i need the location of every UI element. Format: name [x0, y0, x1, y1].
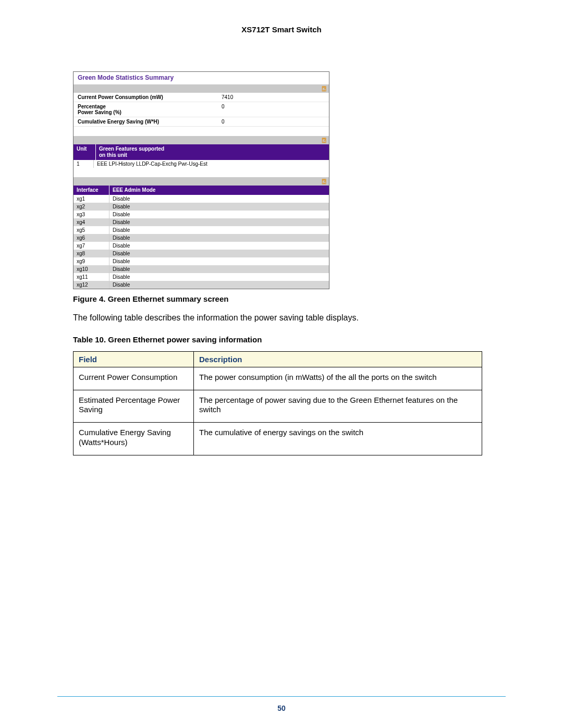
description-table: Field Description Current Power Consumpt… — [73, 351, 482, 455]
iface-cell: xg6 — [74, 234, 109, 242]
iface-row: xg1Disable — [74, 195, 329, 203]
desc-row: Cumulative Energy Saving (Watts*Hours) T… — [74, 423, 482, 455]
iface-cell: xg1 — [74, 195, 109, 203]
mode-cell: Disable — [109, 281, 329, 289]
iface-row: xg6Disable — [74, 234, 329, 242]
stat-row: Current Power Consumption (mW) 7410 — [74, 93, 329, 102]
iface-cell: xg2 — [74, 203, 109, 211]
iface-row: xg2Disable — [74, 203, 329, 211]
iface-row: xg9Disable — [74, 257, 329, 265]
iface-row: xg12Disable — [74, 281, 329, 289]
body-paragraph: The following table describes the inform… — [73, 313, 506, 324]
iface-row: xg5Disable — [74, 226, 329, 234]
mode-cell: Disable — [109, 265, 329, 273]
mode-cell: Disable — [109, 226, 329, 234]
mode-cell: Disable — [109, 234, 329, 242]
interface-table: xg1Disable xg2Disable xg3Disable xg4Disa… — [74, 195, 329, 289]
section-bar-3: ⍰ — [74, 177, 329, 186]
iface-cell: xg4 — [74, 218, 109, 226]
power-stats-table: Current Power Consumption (mW) 7410 Perc… — [74, 93, 329, 127]
stat-value: 0 — [217, 117, 329, 127]
desc-text: The cumulative of energy savings on the … — [194, 423, 482, 455]
desc-row: Current Power Consumption The power cons… — [74, 367, 482, 390]
stat-label: Cumulative Energy Saving (W*H) — [74, 117, 217, 127]
mode-cell: Disable — [109, 211, 329, 218]
desc-header-desc: Description — [194, 351, 482, 367]
iface-row: xg10Disable — [74, 265, 329, 273]
iface-cell: xg12 — [74, 281, 109, 289]
iface-cell: xg9 — [74, 257, 109, 265]
mode-cell: Disable — [109, 195, 329, 203]
footer-rule — [57, 696, 506, 697]
mode-cell: Disable — [109, 203, 329, 211]
features-col-header: Green Features supported on this unit — [96, 144, 329, 160]
desc-text: The power consumption (in mWatts) of the… — [194, 367, 482, 390]
stat-label: Current Power Consumption (mW) — [74, 93, 217, 102]
unit-row: 1 EEE LPI-History LLDP-Cap-Exchg Pwr-Usg… — [74, 160, 329, 168]
unit-table-header: Unit Green Features supported on this un… — [74, 144, 329, 160]
stat-value: 0 — [217, 102, 329, 117]
figure-caption: Figure 4. Green Ethernet summary screen — [73, 294, 506, 303]
stat-label: Percentage Power Saving (%) — [74, 102, 217, 117]
desc-field: Cumulative Energy Saving (Watts*Hours) — [74, 423, 194, 455]
iface-row: xg3Disable — [74, 211, 329, 218]
iface-cell: xg11 — [74, 273, 109, 281]
stat-row: Percentage Power Saving (%) 0 — [74, 102, 329, 117]
iface-cell: xg8 — [74, 250, 109, 257]
page-number: 50 — [57, 704, 506, 712]
mode-cell: Disable — [109, 257, 329, 265]
help-icon[interactable]: ⍰ — [322, 137, 326, 144]
features-cell: EEE LPI-History LLDP-Cap-Exchg Pwr-Usg-E… — [94, 160, 329, 168]
unit-cell: 1 — [74, 160, 94, 168]
unit-table: 1 EEE LPI-History LLDP-Cap-Exchg Pwr-Usg… — [74, 160, 329, 168]
mode-cell: Disable — [109, 218, 329, 226]
mode-cell: Disable — [109, 250, 329, 257]
section-bar-1: ⍰ — [74, 84, 329, 93]
table-caption: Table 10. Green Ethernet power saving in… — [73, 335, 506, 344]
desc-header-field: Field — [74, 351, 194, 367]
eee-col-header: EEE Admin Mode — [109, 186, 329, 195]
iface-row: xg4Disable — [74, 218, 329, 226]
desc-row: Estimated Percentage Power Saving The pe… — [74, 390, 482, 423]
stat-value: 7410 — [217, 93, 329, 102]
iface-row: xg8Disable — [74, 250, 329, 257]
iface-cell: xg7 — [74, 242, 109, 250]
iface-row: xg11Disable — [74, 273, 329, 281]
section-bar-2: ⍰ — [74, 136, 329, 144]
doc-header: XS712T Smart Switch — [57, 25, 506, 34]
help-icon[interactable]: ⍰ — [322, 85, 326, 92]
stat-row: Cumulative Energy Saving (W*H) 0 — [74, 117, 329, 127]
iface-cell: xg10 — [74, 265, 109, 273]
iface-col-header: Interface — [74, 186, 109, 195]
desc-field: Estimated Percentage Power Saving — [74, 390, 194, 423]
iface-cell: xg3 — [74, 211, 109, 218]
mode-cell: Disable — [109, 273, 329, 281]
iface-table-header: Interface EEE Admin Mode — [74, 186, 329, 195]
iface-cell: xg5 — [74, 226, 109, 234]
mode-cell: Disable — [109, 242, 329, 250]
panel-title: Green Mode Statistics Summary — [74, 72, 329, 84]
desc-text: The percentage of power saving due to th… — [194, 390, 482, 423]
iface-row: xg7Disable — [74, 242, 329, 250]
unit-col-header: Unit — [74, 144, 96, 160]
desc-field: Current Power Consumption — [74, 367, 194, 390]
help-icon[interactable]: ⍰ — [322, 178, 326, 185]
green-mode-screenshot: Green Mode Statistics Summary ⍰ Current … — [73, 71, 329, 289]
